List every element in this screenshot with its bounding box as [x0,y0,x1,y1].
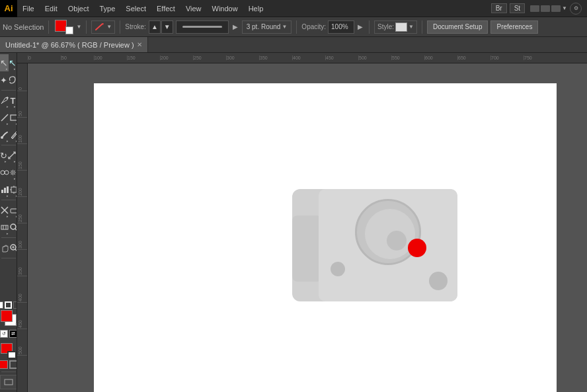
workspace-icon3[interactable] [551,5,561,12]
fill-mode-icon[interactable] [0,301,3,309]
type-tool[interactable]: T ▸ [9,92,17,109]
ruler-tick-v: 200 [17,171,27,197]
pen-tool[interactable]: ▸ [0,92,9,109]
style-area[interactable]: Style: ▼ [374,20,417,34]
graph-icon [0,185,9,194]
svg-point-9 [5,171,9,175]
magic-wand-icon: ✦ [0,75,7,85]
svg-rect-20 [11,209,17,213]
stroke-weight-selector[interactable]: 3 pt. Round ▼ [242,20,292,34]
menu-window[interactable]: Window [207,0,243,17]
stroke-up[interactable]: ▲ [149,20,161,34]
screen-mode-button[interactable] [0,375,17,389]
hand-tool[interactable] [0,239,9,256]
scale-tool[interactable]: ▸ [7,147,17,164]
canvas-area[interactable]: 0 50 100 150 200 250 300 350 400 450 500… [17,53,587,392]
symbol-sprayer-tool[interactable]: ❊ ▸ [9,164,17,181]
stroke-swatch-small[interactable] [65,26,73,34]
ruler-tick-v: 450 [17,303,27,329]
pencil-tool[interactable]: ▸ [9,126,17,143]
rectangle-tool[interactable]: ▸ [9,109,17,126]
selection-tool[interactable]: ↖ ▸ [0,54,9,71]
blend-icon [0,168,9,177]
connection-icon[interactable]: ⚙ [570,3,582,15]
blend-tool[interactable] [0,164,9,181]
canvas-inner[interactable] [28,63,587,392]
document-tab[interactable]: Untitled-1* @ 66.67% ( RGB / Preview ) ✕ [0,37,148,52]
fill-color-area[interactable] [54,19,73,36]
menu-select[interactable]: Select [120,0,151,17]
style-label: Style: [377,23,394,30]
ruler-tick-v: 50 [17,91,27,118]
rotate-tool[interactable]: ↻ ▸ [0,147,7,164]
opacity-expand[interactable]: ▶ [356,23,364,30]
stroke-expand-arrow[interactable]: ▶ [231,23,239,30]
menu-view[interactable]: View [180,0,207,17]
slice-sub: ▸ [7,214,9,218]
measure-tool[interactable]: ▸ [0,219,9,236]
slice-tool[interactable]: ▸ [0,202,9,219]
menu-edit[interactable]: Edit [40,0,63,17]
color-swatch-red-btn[interactable] [0,360,8,369]
preferences-button[interactable]: Preferences [490,20,538,34]
brush-tool[interactable]: ▸ [0,126,9,143]
line-tool[interactable]: ▸ [0,109,9,126]
tab-close-button[interactable]: ✕ [137,41,142,48]
zoom-tool[interactable] [9,219,17,236]
main-layout: ↖ ▸ ↖ ▸ ✦ [0,53,587,392]
stroke-preview[interactable] [176,20,229,34]
menu-file[interactable]: File [17,0,40,17]
pencil-icon [9,130,17,139]
reset-default-colors[interactable]: ↺ [0,330,8,338]
eraser-tool[interactable]: ▸ [9,202,17,219]
zoom-icon [9,223,17,232]
svg-rect-10 [1,190,3,193]
menu-items: File Edit Object Type Select Effect View… [17,0,268,17]
opacity-input[interactable]: 100% [328,20,354,34]
direct-select-sub: ▸ [14,67,16,71]
rotate-sub: ▸ [5,159,7,163]
magnifier-tool[interactable] [9,239,17,256]
workspace-icon2[interactable] [541,5,550,12]
menu-object[interactable]: Object [63,0,95,17]
menu-effect[interactable]: Effect [151,0,180,17]
svg-line-0 [96,24,102,30]
fill-dropdown-arrow[interactable]: ▼ [76,24,81,30]
stroke-down[interactable]: ▼ [161,20,173,34]
svg-rect-13 [11,187,17,192]
artboard-tool[interactable]: ▸ [9,181,17,198]
swap-colors-btn[interactable]: ⇌ [9,330,17,338]
workspace-icon[interactable] [530,5,539,12]
document-setup-button[interactable]: Document Setup [427,20,489,34]
stock-button[interactable]: St [510,3,525,13]
magic-wand-tool[interactable]: ✦ [0,71,7,89]
ruler-ticks-left: 0 50 100 150 200 250 300 350 400 450 500 [17,63,27,356]
ruler-tick: 50 [61,56,94,60]
direct-selection-tool[interactable]: ↖ ▸ [9,54,17,71]
menu-help[interactable]: Help [243,0,269,17]
bridge-button[interactable]: Br [491,3,507,13]
none-swatch[interactable] [9,360,18,369]
magnifier-icon [9,243,17,253]
tool-row-line: ▸ ▸ [0,109,17,126]
workspace-arrow[interactable]: ▼ [562,5,567,12]
pen-sub: ▸ [7,104,9,108]
tool-row-zoom: ▸ [0,219,17,236]
ps1-small-button-left [331,262,345,276]
menu-type[interactable]: Type [95,0,121,17]
ruler-tick: 600 [424,56,457,60]
graph-tool[interactable]: ▸ [0,181,9,198]
opacity-value: 100% [331,23,348,30]
toolbar: No Selection ▼ ▼ Stroke: ▲ ▼ ▶ 3 pt. Rou… [0,17,587,37]
lasso-tool[interactable] [7,71,17,89]
screen-mode-icon [4,379,13,385]
style-swatch[interactable] [395,22,407,32]
foreground-color-swatch[interactable] [1,310,13,322]
ruler-tick-v: 500 [17,329,27,356]
stroke-stepper[interactable]: ▲ ▼ [149,20,173,34]
brush-sub: ▸ [7,139,9,143]
pen-icon [0,96,9,105]
brush-selector[interactable]: ▼ [91,20,115,34]
stroke-mode-icon[interactable] [5,301,12,309]
stroke-fill-indicator[interactable] [1,343,17,359]
